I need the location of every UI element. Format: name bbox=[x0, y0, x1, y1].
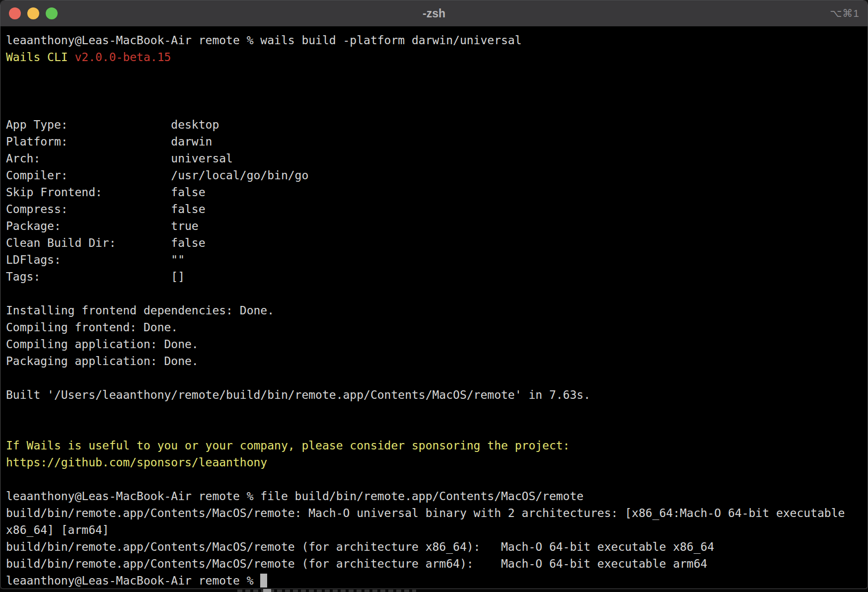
terminal-text: x86_64] [arm64] bbox=[6, 523, 109, 536]
close-button[interactable] bbox=[9, 7, 21, 19]
terminal-line-11: Compress: false bbox=[6, 201, 868, 218]
terminal-text: leaanthony@Leas-MacBook-Air remote % wai… bbox=[6, 34, 522, 47]
terminal-text: Compiling frontend: Done. bbox=[6, 321, 178, 334]
terminal-text: leaanthony@Leas-MacBook-Air remote % fil… bbox=[6, 490, 583, 503]
terminal-line-5 bbox=[6, 99, 868, 116]
terminal-text: If Wails is useful to you or your compan… bbox=[6, 439, 570, 452]
terminal-line-14: LDFlags: "" bbox=[6, 251, 868, 268]
terminal-line-6: App Type: desktop bbox=[6, 116, 868, 133]
terminal-line-8: Arch: universal bbox=[6, 150, 868, 167]
terminal-text: Clean Build Dir: false bbox=[6, 236, 206, 249]
terminal-line-30: x86_64] [arm64] bbox=[6, 521, 868, 538]
terminal-line-28: leaanthony@Leas-MacBook-Air remote % fil… bbox=[6, 488, 868, 505]
terminal-line-22: Built '/Users/leaanthony/remote/build/bi… bbox=[6, 386, 868, 403]
text-cursor bbox=[260, 574, 267, 588]
terminal-line-13: Clean Build Dir: false bbox=[6, 234, 868, 251]
terminal-line-23 bbox=[6, 403, 868, 420]
terminal-text: Built '/Users/leaanthony/remote/build/bi… bbox=[6, 388, 590, 401]
terminal-line-26: https://github.com/sponsors/leaanthony bbox=[6, 454, 868, 471]
terminal-line-29: build/bin/remote.app/Contents/MacOS/remo… bbox=[6, 505, 868, 521]
terminal-text: LDFlags: "" bbox=[6, 253, 185, 266]
terminal-text: Arch: universal bbox=[6, 152, 233, 165]
terminal-line-20: Packaging application: Done. bbox=[6, 353, 868, 370]
terminal-text: Skip Frontend: false bbox=[6, 186, 206, 199]
terminal-text: Packaging application: Done. bbox=[6, 355, 199, 368]
terminal-line-10: Skip Frontend: false bbox=[6, 184, 868, 201]
terminal-line-12: Package: true bbox=[6, 218, 868, 234]
terminal-window: -zsh ⌥⌘1 leaanthony@Leas-MacBook-Air rem… bbox=[0, 0, 868, 589]
terminal-text: Platform: darwin bbox=[6, 135, 212, 148]
terminal-line-1: leaanthony@Leas-MacBook-Air remote % wai… bbox=[6, 32, 868, 49]
terminal-line-32: build/bin/remote.app/Contents/MacOS/remo… bbox=[6, 555, 868, 572]
terminal-text: leaanthony@Leas-MacBook-Air remote % bbox=[6, 574, 260, 587]
terminal-text: Compress: false bbox=[6, 203, 206, 216]
terminal-line-17: Installing frontend dependencies: Done. bbox=[6, 302, 868, 319]
terminal-line-25: If Wails is useful to you or your compan… bbox=[6, 437, 868, 454]
terminal-line-33: leaanthony@Leas-MacBook-Air remote % bbox=[6, 572, 868, 589]
terminal-text: App Type: desktop bbox=[6, 118, 219, 131]
terminal-text: build/bin/remote.app/Contents/MacOS/remo… bbox=[6, 557, 707, 570]
terminal-line-18: Compiling frontend: Done. bbox=[6, 319, 868, 336]
minimize-button[interactable] bbox=[27, 7, 39, 19]
terminal-line-19: Compiling application: Done. bbox=[6, 336, 868, 353]
tab-shortcut-label: ⌥⌘1 bbox=[830, 7, 860, 19]
terminal-line-2: Wails CLI v2.0.0-beta.15 bbox=[6, 49, 868, 66]
terminal-text: v2.0.0-beta.15 bbox=[74, 51, 171, 64]
terminal-line-7: Platform: darwin bbox=[6, 133, 868, 150]
terminal-text: build/bin/remote.app/Contents/MacOS/remo… bbox=[6, 507, 845, 519]
background-window-sliver bbox=[0, 589, 868, 592]
terminal-text: Installing frontend dependencies: Done. bbox=[6, 304, 274, 317]
terminal-line-15: Tags: [] bbox=[6, 268, 868, 285]
terminal-line-4 bbox=[6, 82, 868, 99]
terminal-text: build/bin/remote.app/Contents/MacOS/remo… bbox=[6, 540, 714, 553]
terminal-line-27 bbox=[6, 471, 868, 488]
terminal-line-16 bbox=[6, 285, 868, 302]
window-titlebar[interactable]: -zsh ⌥⌘1 bbox=[0, 0, 868, 27]
terminal-text: Wails CLI bbox=[6, 51, 74, 64]
terminal-text: Compiling application: Done. bbox=[6, 338, 199, 351]
terminal-line-21 bbox=[6, 370, 868, 386]
terminal-line-31: build/bin/remote.app/Contents/MacOS/remo… bbox=[6, 538, 868, 555]
window-title: -zsh bbox=[0, 7, 868, 20]
traffic-lights bbox=[9, 7, 58, 19]
terminal-content[interactable]: leaanthony@Leas-MacBook-Air remote % wai… bbox=[0, 27, 868, 589]
terminal-line-3 bbox=[6, 66, 868, 82]
terminal-text: Compiler: /usr/local/go/bin/go bbox=[6, 169, 308, 182]
terminal-text: https://github.com/sponsors/leaanthony bbox=[6, 456, 267, 469]
background-window-highlight bbox=[263, 589, 271, 592]
terminal-line-24 bbox=[6, 420, 868, 437]
zoom-button[interactable] bbox=[46, 7, 58, 19]
terminal-text: Package: true bbox=[6, 220, 199, 232]
terminal-line-9: Compiler: /usr/local/go/bin/go bbox=[6, 167, 868, 184]
terminal-text: Tags: [] bbox=[6, 270, 185, 283]
